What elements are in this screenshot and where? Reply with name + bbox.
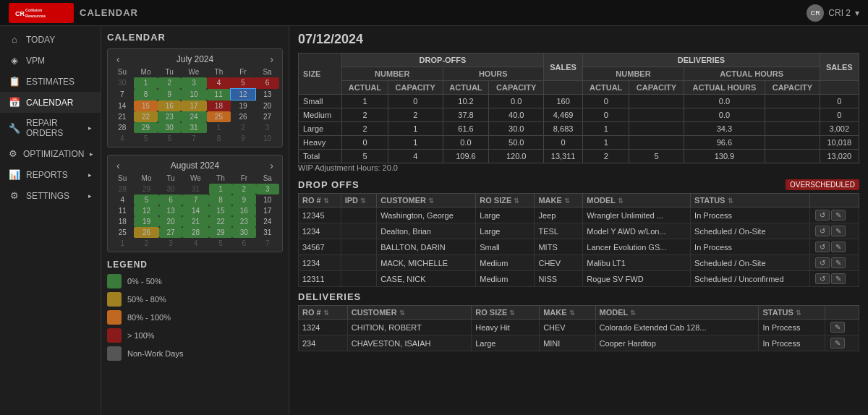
cal-day[interactable]: 27 — [255, 111, 279, 122]
cal-day[interactable]: 9 — [158, 89, 181, 100]
cal-day[interactable]: 7 — [181, 133, 207, 144]
cal-day[interactable]: 26 — [134, 227, 158, 238]
cal-day[interactable]: 13 — [255, 89, 279, 100]
cal-day[interactable]: 6 — [232, 238, 255, 249]
cal-day[interactable]: 10 — [181, 89, 207, 100]
edit-btn[interactable]: ✎ — [831, 210, 846, 221]
dropoffs-col-header[interactable]: RO SIZE ⇅ — [476, 194, 535, 208]
edit-btn[interactable]: ✎ — [831, 241, 846, 252]
cal-day[interactable]: 2 — [158, 77, 181, 89]
user-dropdown-icon[interactable]: ▾ — [855, 8, 859, 18]
cal-day[interactable]: 25 — [207, 111, 231, 122]
cal-day[interactable]: 4 — [207, 77, 231, 89]
sidebar-item-repair-orders[interactable]: 🔧 REPAIR ORDERS ▸ — [0, 113, 101, 143]
sidebar-item-settings[interactable]: ⚙ SETTINGS ▸ — [0, 185, 101, 206]
cal-day[interactable]: 4 — [111, 133, 134, 144]
cal-day[interactable]: 2 — [231, 122, 255, 133]
sidebar-item-vpm[interactable]: ◈ VPM — [0, 50, 101, 71]
cal-day[interactable]: 8 — [207, 133, 231, 144]
cal-day[interactable]: 9 — [232, 194, 255, 205]
cal-day[interactable]: 21 — [182, 216, 209, 227]
cal-day[interactable]: 4 — [111, 194, 134, 205]
july-next-btn[interactable]: › — [267, 54, 276, 65]
edit-btn[interactable]: ✎ — [830, 322, 845, 333]
deliveries-col-header[interactable]: RO # ⇅ — [299, 306, 348, 320]
july-prev-btn[interactable]: ‹ — [114, 54, 123, 65]
cal-day[interactable]: 9 — [231, 133, 255, 144]
cal-day[interactable]: 15 — [134, 100, 158, 112]
cal-day[interactable]: 3 — [181, 77, 207, 89]
edit-btn[interactable]: ✎ — [831, 257, 846, 268]
cal-day[interactable]: 17 — [256, 205, 279, 216]
cal-day[interactable]: 28 — [111, 122, 134, 133]
cal-day[interactable]: 11 — [111, 205, 134, 216]
cal-day[interactable]: 19 — [231, 100, 255, 112]
sidebar-item-calendar[interactable]: 📅 CALENDAR — [0, 92, 101, 113]
cal-day[interactable]: 6 — [255, 77, 279, 89]
deliveries-col-header[interactable]: STATUS ⇅ — [759, 306, 825, 320]
cal-day[interactable]: 11 — [207, 89, 231, 100]
cal-day[interactable]: 29 — [134, 122, 158, 133]
cal-day[interactable]: 16 — [158, 100, 181, 112]
cal-day[interactable]: 7 — [182, 194, 209, 205]
refresh-btn[interactable]: ↺ — [815, 257, 830, 268]
cal-day[interactable]: 1 — [209, 184, 232, 194]
cal-day[interactable]: 5 — [209, 238, 232, 249]
deliveries-col-header[interactable]: MODEL ⇅ — [595, 306, 759, 320]
cal-day[interactable]: 20 — [159, 216, 182, 227]
cal-day[interactable]: 17 — [181, 100, 207, 112]
cal-day[interactable]: 7 — [111, 89, 134, 100]
cal-day[interactable]: 2 — [232, 184, 255, 194]
sidebar-item-reports[interactable]: 📊 REPORTS ▸ — [0, 164, 101, 185]
cal-day[interactable]: 18 — [111, 216, 134, 227]
cal-day[interactable]: 14 — [182, 205, 209, 216]
refresh-btn[interactable]: ↺ — [815, 241, 830, 252]
august-next-btn[interactable]: › — [267, 160, 276, 171]
cal-day[interactable]: 23 — [158, 111, 181, 122]
cal-day[interactable]: 28 — [182, 227, 209, 238]
cal-day[interactable]: 8 — [134, 89, 158, 100]
cal-day[interactable]: 24 — [256, 216, 279, 227]
dropoffs-col-header[interactable]: MODEL ⇅ — [583, 194, 691, 208]
cal-day[interactable]: 27 — [159, 227, 182, 238]
cal-day[interactable]: 1 — [207, 122, 231, 133]
refresh-btn[interactable]: ↺ — [815, 210, 830, 221]
cal-day[interactable]: 24 — [181, 111, 207, 122]
cal-day[interactable]: 30 — [111, 77, 134, 89]
refresh-btn[interactable]: ↺ — [815, 273, 830, 284]
dropoffs-col-header[interactable]: CUSTOMER ⇅ — [377, 194, 476, 208]
cal-day[interactable]: 15 — [209, 205, 232, 216]
cal-day[interactable]: 19 — [134, 216, 158, 227]
cal-day[interactable]: 10 — [255, 133, 279, 144]
dropoffs-col-header[interactable]: RO # ⇅ — [299, 194, 341, 208]
edit-btn[interactable]: ✎ — [830, 338, 845, 348]
cal-day[interactable]: 26 — [231, 111, 255, 122]
cal-day[interactable]: 12 — [134, 205, 158, 216]
cal-day[interactable]: 29 — [209, 227, 232, 238]
cal-day[interactable]: 22 — [209, 216, 232, 227]
cal-day[interactable]: 6 — [158, 133, 181, 144]
cal-day[interactable]: 10 — [256, 194, 279, 205]
cal-day[interactable]: 1 — [111, 238, 134, 249]
cal-day[interactable]: 31 — [256, 227, 279, 238]
dropoffs-col-header[interactable]: STATUS ⇅ — [691, 194, 810, 208]
sidebar-item-optimization[interactable]: ⚙ OPTIMIZATION ▸ — [0, 143, 101, 164]
cal-day[interactable]: 22 — [134, 111, 158, 122]
cal-day[interactable]: 5 — [231, 77, 255, 89]
cal-day[interactable]: 25 — [111, 227, 134, 238]
cal-day[interactable]: 5 — [134, 194, 158, 205]
cal-day[interactable]: 31 — [182, 184, 209, 194]
cal-day[interactable]: 3 — [255, 122, 279, 133]
cal-day[interactable]: 30 — [232, 227, 255, 238]
cal-day[interactable]: 3 — [256, 184, 279, 194]
edit-btn[interactable]: ✎ — [831, 273, 846, 284]
cal-day[interactable]: 6 — [159, 194, 182, 205]
deliveries-col-header[interactable]: CUSTOMER ⇅ — [347, 306, 471, 320]
cal-day[interactable]: 2 — [134, 238, 158, 249]
deliveries-col-header[interactable]: RO SIZE ⇅ — [472, 306, 540, 320]
cal-day[interactable]: 31 — [181, 122, 207, 133]
cal-day[interactable]: 28 — [111, 184, 134, 194]
cal-day[interactable]: 18 — [207, 100, 231, 112]
sidebar-item-today[interactable]: ⌂ TODAY — [0, 29, 101, 50]
cal-day[interactable]: 20 — [255, 100, 279, 112]
